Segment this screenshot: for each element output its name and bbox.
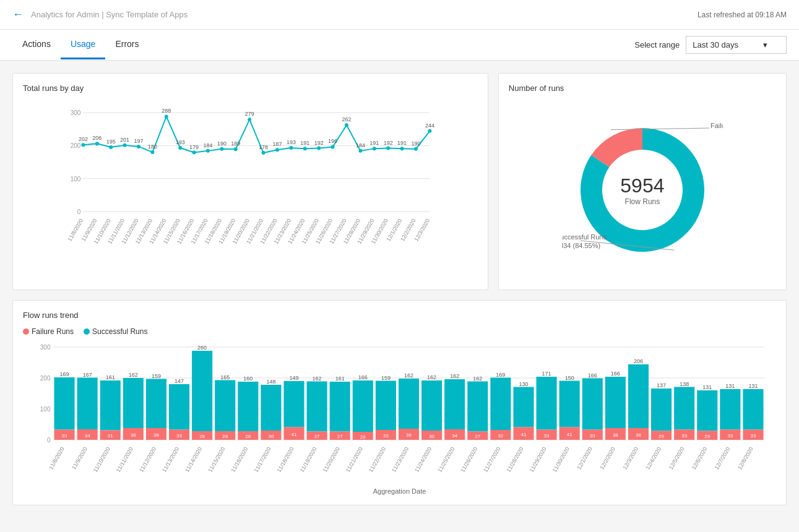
svg-text:162: 162	[313, 375, 322, 382]
svg-text:11/15/2020: 11/15/2020	[207, 446, 226, 473]
svg-point-83	[428, 129, 431, 133]
svg-text:11/26/2020: 11/26/2020	[459, 446, 478, 473]
svg-text:160: 160	[243, 375, 253, 382]
tab-bar: Actions Usage Errors Select range Last 3…	[0, 30, 799, 61]
line-chart-card: Total runs by day 010020030020211/8/2020…	[12, 73, 488, 290]
svg-text:202: 202	[79, 136, 88, 142]
svg-text:191: 191	[397, 140, 407, 146]
trend-chart-title: Flow runs trend	[23, 311, 776, 320]
svg-point-14	[109, 145, 113, 149]
svg-rect-224	[628, 364, 649, 428]
svg-text:200: 200	[40, 375, 51, 382]
svg-text:148: 148	[266, 379, 275, 385]
svg-text:193: 193	[176, 139, 185, 145]
svg-text:41: 41	[292, 432, 297, 437]
svg-text:33: 33	[750, 433, 756, 439]
donut-chart-title: Number of runs	[509, 84, 776, 93]
trend-legend: Failure Runs Successful Runs	[23, 327, 776, 336]
svg-rect-174	[399, 379, 419, 429]
svg-rect-194	[490, 378, 511, 431]
svg-rect-149	[283, 381, 304, 427]
legend-success: Successful Runs	[84, 327, 147, 336]
svg-rect-249	[743, 389, 763, 430]
svg-text:12/2/2020: 12/2/2020	[598, 446, 616, 471]
svg-rect-129	[192, 351, 212, 431]
tab-actions[interactable]: Actions	[12, 30, 61, 59]
svg-text:147: 147	[175, 378, 184, 384]
svg-text:38: 38	[131, 432, 136, 438]
tabs: Actions Usage Errors	[12, 30, 149, 59]
svg-text:38: 38	[153, 432, 159, 438]
back-button[interactable]: ←	[12, 8, 24, 21]
tab-usage[interactable]: Usage	[61, 30, 105, 59]
header: ← Analytics for Admin | Sync Template of…	[0, 0, 799, 30]
svg-text:288: 288	[162, 108, 171, 114]
svg-point-41	[234, 147, 238, 151]
range-dropdown[interactable]: Last 30 days ▾	[686, 36, 787, 54]
svg-text:150: 150	[565, 375, 574, 381]
svg-text:27: 27	[337, 434, 343, 439]
svg-point-23	[150, 150, 154, 154]
bar-chart-svg: 01002003001693311/8/20201673411/9/202016…	[23, 341, 776, 483]
svg-point-26	[165, 114, 168, 118]
svg-text:28: 28	[199, 434, 205, 439]
svg-text:200: 200	[71, 142, 81, 149]
svg-text:184: 184	[356, 142, 365, 148]
svg-text:178: 178	[259, 144, 268, 150]
svg-text:33: 33	[544, 433, 550, 439]
svg-text:11/30/2020: 11/30/2020	[551, 446, 571, 473]
svg-rect-159	[330, 382, 350, 432]
svg-text:12/3/2020: 12/3/2020	[622, 446, 640, 471]
success-dot	[84, 328, 90, 335]
svg-text:184: 184	[203, 142, 212, 148]
svg-text:195: 195	[106, 139, 116, 145]
svg-text:32: 32	[383, 433, 389, 439]
svg-text:187: 187	[272, 141, 282, 147]
svg-rect-189	[467, 382, 488, 432]
svg-text:11/17/2020: 11/17/2020	[253, 446, 272, 473]
svg-text:191: 191	[369, 140, 379, 146]
svg-rect-234	[674, 387, 694, 430]
svg-text:260: 260	[197, 345, 207, 351]
svg-line-87	[611, 128, 709, 130]
svg-text:171: 171	[542, 371, 551, 377]
svg-text:166: 166	[588, 372, 597, 379]
svg-text:11/12/2020: 11/12/2020	[138, 446, 157, 473]
svg-text:12/1/2020: 12/1/2020	[576, 446, 594, 471]
svg-text:179: 179	[189, 144, 199, 150]
svg-rect-204	[537, 377, 557, 430]
svg-point-11	[95, 142, 99, 145]
svg-rect-229	[651, 388, 672, 431]
svg-text:201: 201	[120, 137, 129, 143]
svg-text:162: 162	[404, 372, 413, 379]
range-value: Last 30 days	[693, 40, 738, 49]
svg-point-71	[373, 147, 376, 150]
svg-rect-99	[54, 377, 75, 430]
line-chart-container: 010020030020211/8/202020611/9/202019511/…	[23, 100, 478, 273]
svg-text:11/28/2020: 11/28/2020	[506, 446, 525, 473]
donut-chart-svg: Failure Runs 920 (15.45%)Successful Runs…	[562, 109, 723, 270]
svg-text:162: 162	[473, 375, 482, 382]
svg-rect-164	[353, 380, 373, 432]
svg-point-20	[137, 145, 140, 148]
svg-text:159: 159	[381, 375, 391, 381]
svg-point-56	[303, 147, 307, 150]
svg-text:11/29/2020: 11/29/2020	[529, 446, 548, 473]
svg-text:0: 0	[47, 437, 51, 444]
svg-text:11/16/2020: 11/16/2020	[230, 446, 249, 473]
svg-text:11/19/2020: 11/19/2020	[299, 446, 318, 473]
svg-text:Successful Runs: Successful Runs	[562, 233, 607, 241]
svg-text:33: 33	[176, 433, 182, 439]
svg-text:166: 166	[611, 371, 620, 377]
svg-point-8	[81, 143, 85, 147]
svg-text:12/6/2020: 12/6/2020	[691, 446, 709, 471]
svg-text:11/9/2020: 11/9/2020	[71, 446, 89, 471]
svg-text:190: 190	[411, 140, 420, 147]
svg-rect-104	[77, 378, 98, 430]
page-title: Analytics for Admin | Sync Template of A…	[31, 10, 698, 19]
svg-text:41: 41	[521, 432, 527, 437]
svg-text:138: 138	[680, 381, 689, 387]
tab-errors[interactable]: Errors	[105, 30, 149, 59]
svg-text:11/20/2020: 11/20/2020	[322, 446, 341, 473]
svg-text:300: 300	[40, 344, 51, 351]
